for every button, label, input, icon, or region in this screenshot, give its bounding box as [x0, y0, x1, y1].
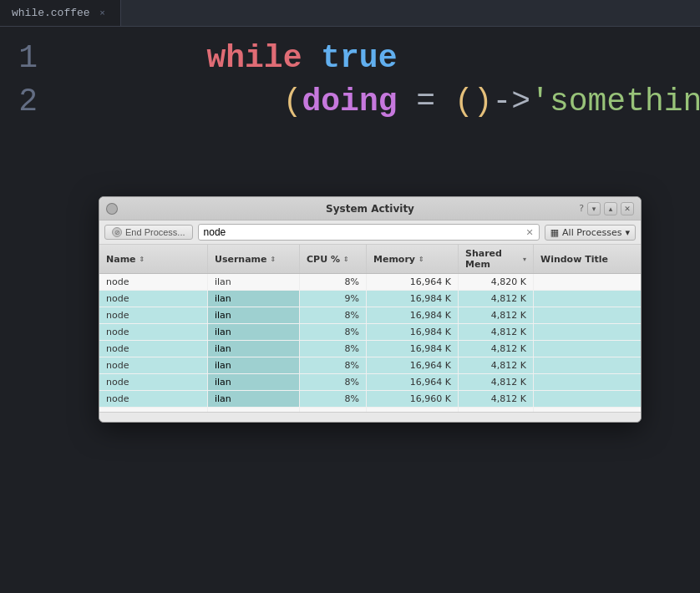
td-window-title — [534, 408, 641, 412]
col-shared-mem[interactable]: Shared Mem ▾ — [459, 245, 534, 273]
dialog-restore-button[interactable]: ▴ — [604, 202, 617, 215]
system-activity-dialog: System Activity ? ▾ ▴ ✕ ⊘ End Process...… — [99, 196, 642, 423]
table-row[interactable]: node ilan 8% 16,964 K 4,812 K — [99, 374, 641, 391]
line-number-2: 2 — [0, 80, 54, 124]
end-process-label: End Process... — [125, 227, 185, 237]
td-memory: 16,984 K — [367, 291, 459, 307]
td-username: ilan — [208, 341, 300, 357]
equals-sign: = — [398, 84, 454, 119]
table-row[interactable]: node ilan 8% 16,964 K 4,812 K — [99, 357, 641, 374]
td-cpu: 8% — [300, 357, 367, 373]
table-row[interactable]: node ilan 8% 16,960 K 4,812 K — [99, 391, 641, 408]
td-name: node — [99, 391, 208, 407]
td-username: ilan — [208, 274, 300, 290]
td-name: node — [99, 307, 208, 323]
col-username-sort-icon: ⇕ — [271, 256, 276, 263]
dialog-close-button[interactable] — [106, 203, 118, 215]
dropdown-chevron-icon: ▾ — [625, 227, 630, 238]
code-line-2: 2 (doing = ()->'something'() — [0, 80, 700, 124]
dialog-controls-right: ? ▾ ▴ ✕ — [579, 202, 634, 215]
td-shared-mem: 4,804 K — [459, 408, 534, 412]
td-window-title — [534, 307, 641, 323]
table-body: node ilan 8% 16,964 K 4,820 K node ilan … — [99, 274, 641, 412]
td-memory: 16,964 K — [367, 357, 459, 373]
col-cpu[interactable]: CPU % ⇕ — [300, 245, 367, 273]
td-username: ilan — [208, 307, 300, 323]
td-memory: 16,984 K — [367, 307, 459, 323]
table-row[interactable]: node ilan 8% 16,984 K 4,812 K — [99, 341, 641, 357]
td-memory: 16,960 K — [367, 391, 459, 407]
arrow-op: -> — [493, 84, 531, 119]
code-content-2: (doing = ()->'something'() — [54, 37, 700, 167]
table-row[interactable]: node ilan 8% 17,012 K 4,804 K — [99, 408, 641, 412]
table-row[interactable]: node ilan 8% 16,964 K 4,820 K — [99, 274, 641, 291]
td-name: node — [99, 357, 208, 373]
td-username: ilan — [208, 324, 300, 340]
td-window-title — [534, 391, 641, 407]
dialog-close-x-button[interactable]: ✕ — [621, 202, 634, 215]
td-name: node — [99, 291, 208, 307]
table-row[interactable]: node ilan 8% 16,984 K 4,812 K — [99, 324, 641, 341]
td-window-title — [534, 274, 641, 290]
td-memory: 17,012 K — [367, 408, 459, 412]
search-input[interactable] — [204, 226, 523, 238]
td-name: node — [99, 341, 208, 357]
td-username: ilan — [208, 374, 300, 390]
col-name-label: Name — [106, 254, 136, 265]
col-memory-label: Memory — [373, 254, 415, 265]
td-name: node — [99, 408, 208, 412]
search-clear-button[interactable]: ✕ — [525, 227, 533, 238]
td-name: node — [99, 324, 208, 340]
dialog-bottom-bar — [99, 412, 641, 422]
all-processes-label: All Processes — [562, 227, 621, 238]
col-shared-mem-label: Shared Mem — [465, 248, 520, 270]
col-name[interactable]: Name ⇕ — [99, 245, 208, 273]
td-shared-mem: 4,812 K — [459, 307, 534, 323]
td-window-title — [534, 341, 641, 357]
td-shared-mem: 4,812 K — [459, 391, 534, 407]
td-shared-mem: 4,812 K — [459, 291, 534, 307]
paren-open: ( — [206, 84, 302, 119]
td-name: node — [99, 374, 208, 390]
keyword-doing: doing — [302, 84, 397, 119]
td-shared-mem: 4,812 K — [459, 324, 534, 340]
dialog-minimize-button[interactable]: ▾ — [587, 202, 601, 215]
td-window-title — [534, 291, 641, 307]
td-window-title — [534, 374, 641, 390]
col-shared-sort-icon: ▾ — [523, 256, 526, 263]
td-cpu: 8% — [300, 274, 367, 290]
search-box[interactable]: ✕ — [198, 224, 540, 241]
col-cpu-label: CPU % — [307, 254, 340, 265]
editor: while.coffee × 1 while true 2 (doing = (… — [0, 0, 700, 134]
help-icon[interactable]: ? — [579, 203, 584, 214]
table-row[interactable]: node ilan 8% 16,984 K 4,812 K — [99, 307, 641, 324]
td-window-title — [534, 324, 641, 340]
dialog-controls-left — [106, 203, 118, 215]
col-username-label: Username — [215, 254, 267, 265]
col-cpu-sort-icon: ⇕ — [343, 256, 349, 263]
td-memory: 16,964 K — [367, 374, 459, 390]
td-cpu: 8% — [300, 324, 367, 340]
td-cpu: 8% — [300, 307, 367, 323]
td-username: ilan — [208, 291, 300, 307]
td-memory: 16,984 K — [367, 324, 459, 340]
table-row[interactable]: node ilan 9% 16,984 K 4,812 K — [99, 291, 641, 307]
code-area: 1 while true 2 (doing = ()->'something'(… — [0, 27, 700, 134]
td-shared-mem: 4,812 K — [459, 374, 534, 390]
end-process-button[interactable]: ⊘ End Process... — [104, 225, 193, 240]
td-cpu: 8% — [300, 408, 367, 412]
td-cpu: 9% — [300, 291, 367, 307]
processes-icon: ▦ — [550, 227, 559, 238]
td-username: ilan — [208, 357, 300, 373]
col-memory[interactable]: Memory ⇕ — [367, 245, 459, 273]
dialog-toolbar: ⊘ End Process... ✕ ▦ All Processes ▾ — [99, 220, 641, 245]
arrow-paren: () — [454, 84, 493, 119]
td-window-title — [534, 357, 641, 373]
line-number-1: 1 — [0, 37, 54, 80]
all-processes-dropdown[interactable]: ▦ All Processes ▾ — [545, 225, 636, 241]
string-something: 'something' — [530, 84, 700, 119]
table-header: Name ⇕ Username ⇕ CPU % ⇕ Memory ⇕ Share… — [99, 245, 641, 274]
td-memory: 16,964 K — [367, 274, 459, 290]
col-username[interactable]: Username ⇕ — [208, 245, 300, 273]
col-window-title[interactable]: Window Title — [534, 245, 641, 273]
